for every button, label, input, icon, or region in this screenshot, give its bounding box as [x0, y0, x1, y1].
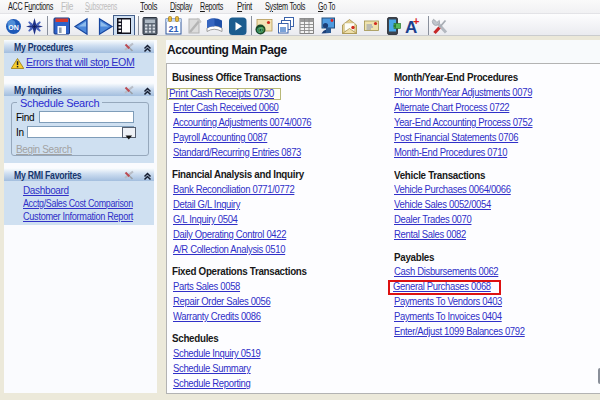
svg-text:21: 21 [168, 24, 178, 34]
svg-text:@: @ [257, 25, 265, 34]
svg-text:ON: ON [8, 24, 19, 31]
svg-text:+: + [413, 15, 419, 27]
